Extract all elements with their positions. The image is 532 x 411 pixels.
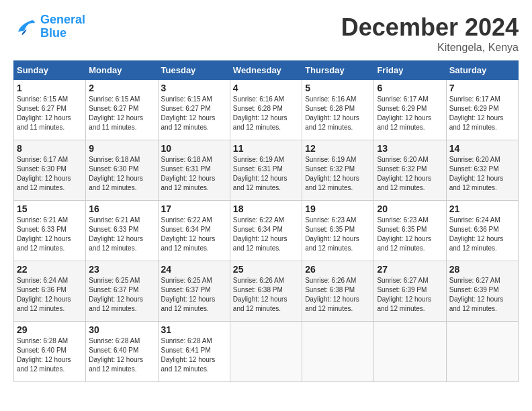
day-info: Sunrise: 6:15 AM Sunset: 6:27 PM Dayligh… [161, 95, 227, 132]
day-number: 11 [233, 143, 299, 154]
day-info: Sunrise: 6:23 AM Sunset: 6:35 PM Dayligh… [377, 216, 443, 253]
calendar-cell: 26 Sunrise: 6:26 AM Sunset: 6:38 PM Dayl… [302, 261, 374, 322]
calendar-week-row: 8 Sunrise: 6:17 AM Sunset: 6:30 PM Dayli… [14, 140, 519, 201]
day-number: 8 [17, 143, 83, 154]
calendar-cell: 30 Sunrise: 6:28 AM Sunset: 6:40 PM Dayl… [86, 322, 158, 382]
day-number: 5 [305, 83, 371, 93]
day-number: 15 [17, 203, 83, 214]
day-info: Sunrise: 6:28 AM Sunset: 6:40 PM Dayligh… [89, 336, 154, 374]
day-number: 30 [89, 324, 154, 335]
day-number: 13 [377, 143, 443, 154]
day-number: 4 [233, 83, 299, 93]
day-info: Sunrise: 6:19 AM Sunset: 6:32 PM Dayligh… [305, 155, 371, 193]
calendar-cell [446, 322, 518, 382]
calendar-cell: 22 Sunrise: 6:24 AM Sunset: 6:36 PM Dayl… [14, 261, 86, 322]
calendar-cell: 23 Sunrise: 6:25 AM Sunset: 6:37 PM Dayl… [86, 261, 158, 322]
calendar-table: Sunday Monday Tuesday Wednesday Thursday… [13, 60, 519, 382]
calendar-cell: 13 Sunrise: 6:20 AM Sunset: 6:32 PM Dayl… [374, 140, 446, 201]
calendar-cell: 8 Sunrise: 6:17 AM Sunset: 6:30 PM Dayli… [14, 140, 86, 201]
day-number: 24 [161, 264, 227, 275]
day-number: 7 [449, 83, 515, 93]
calendar-cell: 17 Sunrise: 6:22 AM Sunset: 6:34 PM Dayl… [158, 201, 230, 261]
logo-icon [13, 15, 38, 39]
col-monday: Monday [86, 61, 158, 80]
day-info: Sunrise: 6:21 AM Sunset: 6:33 PM Dayligh… [17, 216, 83, 253]
calendar-cell: 14 Sunrise: 6:20 AM Sunset: 6:32 PM Dayl… [446, 140, 518, 201]
day-number: 29 [17, 324, 83, 335]
calendar-cell: 7 Sunrise: 6:17 AM Sunset: 6:29 PM Dayli… [446, 80, 518, 140]
day-info: Sunrise: 6:18 AM Sunset: 6:30 PM Dayligh… [89, 155, 154, 193]
day-number: 9 [89, 143, 154, 154]
col-tuesday: Tuesday [158, 61, 230, 80]
calendar-cell [230, 322, 302, 382]
calendar-week-row: 15 Sunrise: 6:21 AM Sunset: 6:33 PM Dayl… [14, 201, 519, 261]
day-number: 20 [377, 203, 443, 214]
day-info: Sunrise: 6:25 AM Sunset: 6:37 PM Dayligh… [89, 276, 154, 314]
calendar-week-row: 29 Sunrise: 6:28 AM Sunset: 6:40 PM Dayl… [14, 322, 519, 382]
day-info: Sunrise: 6:27 AM Sunset: 6:39 PM Dayligh… [449, 276, 515, 314]
day-info: Sunrise: 6:24 AM Sunset: 6:36 PM Dayligh… [17, 276, 83, 314]
day-number: 26 [305, 264, 371, 275]
calendar-cell: 28 Sunrise: 6:27 AM Sunset: 6:39 PM Dayl… [446, 261, 518, 322]
calendar-cell: 16 Sunrise: 6:21 AM Sunset: 6:33 PM Dayl… [86, 201, 158, 261]
logo-text: General Blue [40, 13, 85, 40]
calendar-cell: 5 Sunrise: 6:16 AM Sunset: 6:28 PM Dayli… [302, 80, 374, 140]
day-number: 25 [233, 264, 299, 275]
calendar-week-row: 1 Sunrise: 6:15 AM Sunset: 6:27 PM Dayli… [14, 80, 519, 140]
calendar-cell: 18 Sunrise: 6:22 AM Sunset: 6:34 PM Dayl… [230, 201, 302, 261]
calendar-cell: 1 Sunrise: 6:15 AM Sunset: 6:27 PM Dayli… [14, 80, 86, 140]
day-number: 17 [161, 203, 227, 214]
col-saturday: Saturday [446, 61, 518, 80]
page-header: General Blue December 2024 Kitengela, Ke… [13, 13, 519, 54]
calendar-cell: 12 Sunrise: 6:19 AM Sunset: 6:32 PM Dayl… [302, 140, 374, 201]
calendar-cell [374, 322, 446, 382]
day-info: Sunrise: 6:27 AM Sunset: 6:39 PM Dayligh… [377, 276, 443, 314]
day-info: Sunrise: 6:16 AM Sunset: 6:28 PM Dayligh… [233, 95, 299, 132]
col-thursday: Thursday [302, 61, 374, 80]
day-number: 19 [305, 203, 371, 214]
day-number: 22 [17, 264, 83, 275]
day-info: Sunrise: 6:24 AM Sunset: 6:36 PM Dayligh… [449, 216, 515, 253]
day-number: 12 [305, 143, 371, 154]
day-info: Sunrise: 6:28 AM Sunset: 6:41 PM Dayligh… [161, 336, 227, 374]
day-info: Sunrise: 6:17 AM Sunset: 6:30 PM Dayligh… [17, 155, 83, 193]
day-number: 10 [161, 143, 227, 154]
day-info: Sunrise: 6:16 AM Sunset: 6:28 PM Dayligh… [305, 95, 371, 132]
day-info: Sunrise: 6:25 AM Sunset: 6:37 PM Dayligh… [161, 276, 227, 314]
day-info: Sunrise: 6:20 AM Sunset: 6:32 PM Dayligh… [449, 155, 515, 193]
day-info: Sunrise: 6:17 AM Sunset: 6:29 PM Dayligh… [377, 95, 443, 132]
calendar-cell: 20 Sunrise: 6:23 AM Sunset: 6:35 PM Dayl… [374, 201, 446, 261]
day-info: Sunrise: 6:22 AM Sunset: 6:34 PM Dayligh… [233, 216, 299, 253]
day-info: Sunrise: 6:17 AM Sunset: 6:29 PM Dayligh… [449, 95, 515, 132]
day-info: Sunrise: 6:18 AM Sunset: 6:31 PM Dayligh… [161, 155, 227, 193]
calendar-cell [302, 322, 374, 382]
day-number: 23 [89, 264, 154, 275]
day-info: Sunrise: 6:23 AM Sunset: 6:35 PM Dayligh… [305, 216, 371, 253]
day-number: 18 [233, 203, 299, 214]
calendar-cell: 27 Sunrise: 6:27 AM Sunset: 6:39 PM Dayl… [374, 261, 446, 322]
day-info: Sunrise: 6:15 AM Sunset: 6:27 PM Dayligh… [17, 95, 83, 132]
day-number: 6 [377, 83, 443, 93]
title-block: December 2024 Kitengela, Kenya [341, 13, 519, 54]
calendar-cell: 29 Sunrise: 6:28 AM Sunset: 6:40 PM Dayl… [14, 322, 86, 382]
month-title: December 2024 [341, 13, 519, 42]
calendar-header-row: Sunday Monday Tuesday Wednesday Thursday… [14, 61, 519, 80]
calendar-cell: 11 Sunrise: 6:19 AM Sunset: 6:31 PM Dayl… [230, 140, 302, 201]
calendar-cell: 10 Sunrise: 6:18 AM Sunset: 6:31 PM Dayl… [158, 140, 230, 201]
day-info: Sunrise: 6:21 AM Sunset: 6:33 PM Dayligh… [89, 216, 154, 253]
day-number: 28 [449, 264, 515, 275]
location: Kitengela, Kenya [341, 42, 519, 54]
day-number: 1 [17, 83, 83, 93]
day-number: 16 [89, 203, 154, 214]
calendar-cell: 15 Sunrise: 6:21 AM Sunset: 6:33 PM Dayl… [14, 201, 86, 261]
calendar-cell: 31 Sunrise: 6:28 AM Sunset: 6:41 PM Dayl… [158, 322, 230, 382]
day-info: Sunrise: 6:22 AM Sunset: 6:34 PM Dayligh… [161, 216, 227, 253]
day-info: Sunrise: 6:26 AM Sunset: 6:38 PM Dayligh… [233, 276, 299, 314]
col-wednesday: Wednesday [230, 61, 302, 80]
col-friday: Friday [374, 61, 446, 80]
col-sunday: Sunday [14, 61, 86, 80]
day-info: Sunrise: 6:19 AM Sunset: 6:31 PM Dayligh… [233, 155, 299, 193]
day-number: 31 [161, 324, 227, 335]
calendar-cell: 24 Sunrise: 6:25 AM Sunset: 6:37 PM Dayl… [158, 261, 230, 322]
day-number: 14 [449, 143, 515, 154]
